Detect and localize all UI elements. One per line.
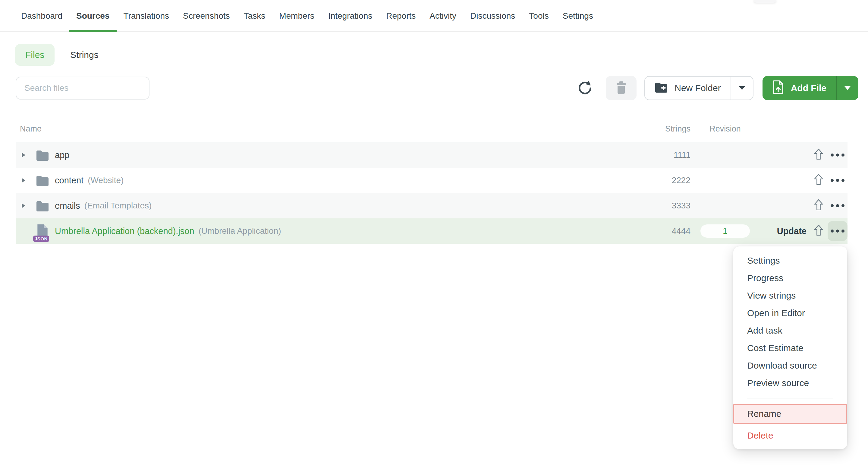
tab-strings[interactable]: Strings <box>70 50 98 60</box>
add-file-button[interactable]: Add File <box>763 76 837 100</box>
refresh-button[interactable] <box>578 81 591 96</box>
menu-item-download-source[interactable]: Download source <box>733 357 847 374</box>
menu-item-settings[interactable]: Settings <box>733 252 847 269</box>
menu-item-view-strings[interactable]: View strings <box>733 287 847 304</box>
expand-caret-icon[interactable] <box>22 203 25 208</box>
update-link[interactable]: Update <box>777 226 807 236</box>
folder-icon <box>36 149 50 161</box>
chevron-down-icon <box>739 86 745 90</box>
delete-selected-button[interactable] <box>606 76 637 100</box>
menu-item-progress[interactable]: Progress <box>733 269 847 287</box>
column-header-strings: Strings <box>645 124 690 134</box>
folder-note: (Website) <box>88 176 124 185</box>
ellipsis-menu-icon[interactable] <box>831 204 834 207</box>
file-context-menu: Settings Progress View strings Open in E… <box>733 246 847 449</box>
nav-item-dashboard[interactable]: Dashboard <box>21 11 62 31</box>
upload-icon[interactable] <box>814 148 823 162</box>
nav-item-integrations[interactable]: Integrations <box>328 11 372 31</box>
ellipsis-menu-icon <box>831 230 834 233</box>
folder-name[interactable]: app <box>55 150 69 160</box>
expand-caret-icon[interactable] <box>22 178 25 183</box>
nav-item-translations[interactable]: Translations <box>123 11 169 31</box>
add-file-split-button: Add File <box>763 76 858 100</box>
strings-count: 3333 <box>645 201 690 210</box>
new-folder-button[interactable]: New Folder <box>645 77 731 99</box>
ellipsis-menu-icon[interactable] <box>831 153 834 156</box>
menu-divider <box>747 398 833 399</box>
file-upload-icon <box>772 80 784 96</box>
folder-note: (Email Templates) <box>84 201 152 210</box>
strings-count: 2222 <box>645 176 690 185</box>
table-row[interactable]: content (Website) 2222 <box>16 168 847 193</box>
file-note: (Umbrella Application) <box>198 226 281 236</box>
table-header: Name Strings Revision <box>16 116 847 142</box>
column-header-revision: Revision <box>690 124 760 134</box>
menu-item-add-task[interactable]: Add task <box>733 322 847 339</box>
folder-icon <box>36 175 50 186</box>
table-row[interactable]: app 1111 <box>16 142 847 168</box>
add-file-label: Add File <box>791 83 827 93</box>
menu-item-cost-estimate[interactable]: Cost Estimate <box>733 339 847 357</box>
ellipsis-menu-button-active[interactable] <box>828 221 847 241</box>
refresh-icon <box>578 81 591 96</box>
nav-item-tools[interactable]: Tools <box>529 11 549 31</box>
menu-item-open-in-editor[interactable]: Open in Editor <box>733 304 847 322</box>
folder-name[interactable]: emails <box>55 201 80 211</box>
table-row-selected[interactable]: JSON Umbrella Application (backend).json… <box>16 219 847 244</box>
new-folder-split-button: New Folder <box>644 76 753 100</box>
nav-item-discussions[interactable]: Discussions <box>470 11 515 31</box>
add-file-dropdown-button[interactable] <box>837 76 858 100</box>
expand-caret-icon[interactable] <box>22 153 25 157</box>
files-table: Name Strings Revision app 1111 <box>16 116 847 244</box>
folder-plus-icon <box>655 82 668 95</box>
folder-icon <box>36 200 50 211</box>
project-nav: Dashboard Sources Translations Screensho… <box>0 0 868 32</box>
partial-popup-edge <box>753 0 776 3</box>
file-name[interactable]: Umbrella Application (backend).json <box>55 226 194 236</box>
strings-count: 1111 <box>645 150 690 160</box>
tab-files[interactable]: Files <box>15 44 55 66</box>
chevron-down-icon <box>844 86 850 90</box>
nav-item-reports[interactable]: Reports <box>386 11 415 31</box>
folder-name[interactable]: content <box>55 176 84 185</box>
trash-icon <box>615 81 627 96</box>
files-toolbar: New Folder Add File <box>16 76 858 100</box>
ellipsis-menu-icon[interactable] <box>831 179 834 182</box>
nav-item-activity[interactable]: Activity <box>430 11 456 31</box>
menu-item-delete[interactable]: Delete <box>733 427 847 444</box>
nav-item-settings[interactable]: Settings <box>563 11 593 31</box>
view-tabs: Files Strings <box>15 44 868 66</box>
upload-icon[interactable] <box>814 225 823 238</box>
json-badge: JSON <box>33 236 49 242</box>
nav-item-tasks[interactable]: Tasks <box>244 11 266 31</box>
strings-count: 4444 <box>645 226 690 236</box>
json-file-icon: JSON <box>36 224 50 238</box>
nav-item-members[interactable]: Members <box>279 11 314 31</box>
upload-icon[interactable] <box>814 174 823 187</box>
menu-item-preview-source[interactable]: Preview source <box>733 374 847 392</box>
table-row[interactable]: emails (Email Templates) 3333 <box>16 193 847 219</box>
search-input[interactable] <box>16 77 150 99</box>
new-folder-dropdown-button[interactable] <box>731 77 753 99</box>
nav-item-screenshots[interactable]: Screenshots <box>183 11 230 31</box>
revision-badge: 1 <box>701 225 750 238</box>
column-header-name: Name <box>16 124 645 134</box>
nav-item-sources[interactable]: Sources <box>76 11 110 31</box>
upload-icon[interactable] <box>814 199 823 213</box>
new-folder-label: New Folder <box>675 83 721 93</box>
menu-item-rename[interactable]: Rename <box>733 404 847 424</box>
